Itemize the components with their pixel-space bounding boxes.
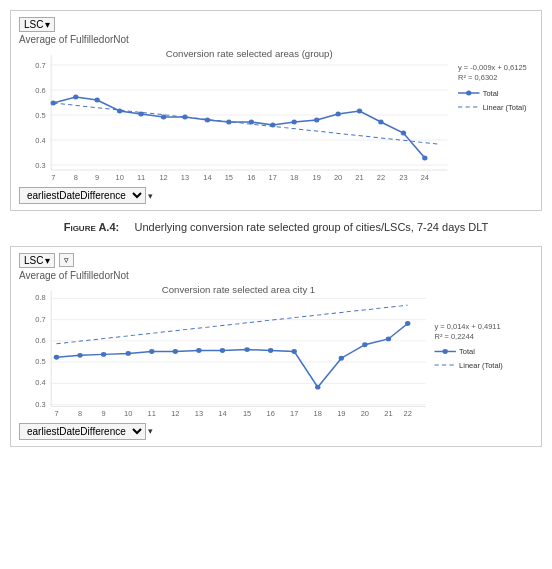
svg-text:0.4: 0.4 [35, 136, 45, 145]
svg-text:10: 10 [124, 410, 132, 418]
svg-point-20 [161, 115, 166, 120]
svg-point-78 [149, 349, 154, 354]
chart2-lsc-label: LSC [24, 255, 43, 266]
svg-text:14: 14 [218, 410, 226, 418]
svg-text:7: 7 [51, 173, 55, 182]
svg-point-15 [51, 101, 56, 106]
svg-point-25 [270, 123, 275, 128]
svg-text:R² = 0,6302: R² = 0,6302 [458, 73, 497, 82]
svg-text:21: 21 [384, 410, 392, 418]
svg-text:0.5: 0.5 [35, 358, 45, 366]
svg-text:13: 13 [195, 410, 203, 418]
svg-text:y = -0,009x + 0,6125: y = -0,009x + 0,6125 [458, 63, 527, 72]
svg-text:14: 14 [203, 173, 211, 182]
svg-point-81 [220, 348, 225, 353]
svg-point-27 [314, 118, 319, 123]
svg-text:Total: Total [459, 348, 475, 356]
svg-text:12: 12 [171, 410, 179, 418]
svg-point-79 [173, 349, 178, 354]
svg-text:0.5: 0.5 [35, 111, 45, 120]
svg-text:Conversion rate selected areas: Conversion rate selected areas (group) [166, 49, 333, 59]
svg-text:18: 18 [314, 410, 322, 418]
svg-text:22: 22 [404, 410, 412, 418]
chart1-container: LSC ▾ Average of FulfilledorNot 0.7 0.6 … [10, 10, 542, 211]
svg-text:19: 19 [313, 173, 321, 182]
svg-text:19: 19 [337, 410, 345, 418]
svg-text:21: 21 [355, 173, 363, 182]
svg-point-23 [226, 120, 231, 125]
svg-text:11: 11 [148, 410, 156, 418]
svg-text:0.7: 0.7 [35, 315, 45, 323]
svg-text:23: 23 [399, 173, 407, 182]
svg-text:0.4: 0.4 [35, 379, 45, 387]
svg-text:8: 8 [74, 173, 78, 182]
chart1-chart-area: 0.7 0.6 0.5 0.4 0.3 y = -0,009x + 0,6125… [19, 45, 533, 185]
svg-text:0.7: 0.7 [35, 61, 45, 70]
svg-point-18 [117, 109, 122, 114]
svg-text:22: 22 [377, 173, 385, 182]
svg-point-24 [249, 120, 254, 125]
chart1-dropdown-icon: ▾ [45, 19, 50, 30]
svg-text:y = 0,014x + 0,4911: y = 0,014x + 0,4911 [434, 323, 500, 331]
svg-point-17 [94, 98, 99, 103]
chart1-x-axis-dropdown-icon: ▾ [148, 191, 153, 201]
chart1-bottom: earliestDateDifference ▾ [19, 187, 533, 204]
chart2-x-axis-select[interactable]: earliestDateDifference [19, 423, 146, 440]
svg-point-85 [315, 384, 320, 389]
svg-point-88 [386, 336, 391, 341]
svg-text:12: 12 [159, 173, 167, 182]
chart1-lsc-label: LSC [24, 19, 43, 30]
svg-text:7: 7 [54, 410, 58, 418]
svg-text:16: 16 [247, 173, 255, 182]
svg-point-30 [378, 120, 383, 125]
svg-point-84 [292, 349, 297, 354]
svg-point-82 [244, 347, 249, 352]
svg-text:17: 17 [269, 173, 277, 182]
chart2-dropdown-icon: ▾ [45, 255, 50, 266]
svg-text:16: 16 [266, 410, 274, 418]
svg-point-28 [335, 112, 340, 117]
chart1-top-bar: LSC ▾ [19, 17, 533, 32]
svg-text:9: 9 [102, 410, 106, 418]
svg-text:0.6: 0.6 [35, 86, 45, 95]
chart1-svg: 0.7 0.6 0.5 0.4 0.3 y = -0,009x + 0,6125… [19, 45, 533, 185]
svg-text:Linear (Total): Linear (Total) [483, 103, 527, 112]
figure1-label: Figure A.4: [64, 221, 119, 233]
svg-text:10: 10 [115, 173, 123, 182]
svg-text:18: 18 [290, 173, 298, 182]
chart2-container: LSC ▾ ▿ Average of FulfilledorNot 0.8 0.… [10, 246, 542, 447]
chart2-svg: 0.8 0.7 0.6 0.5 0.4 0.3 y = 0,014x + 0,4… [19, 281, 533, 421]
svg-point-86 [339, 355, 344, 360]
chart2-lsc-button[interactable]: LSC ▾ [19, 253, 55, 268]
svg-text:24: 24 [421, 173, 429, 182]
svg-text:15: 15 [243, 410, 251, 418]
svg-text:15: 15 [225, 173, 233, 182]
chart2-top-bar: LSC ▾ ▿ [19, 253, 533, 268]
svg-text:17: 17 [290, 410, 298, 418]
svg-text:R² = 0,2244: R² = 0,2244 [434, 333, 473, 341]
svg-point-29 [357, 109, 362, 114]
svg-point-16 [73, 95, 78, 100]
svg-point-80 [196, 348, 201, 353]
svg-text:0.8: 0.8 [35, 294, 45, 302]
svg-point-22 [205, 118, 210, 123]
svg-point-75 [77, 352, 82, 357]
chart2-chart-area: 0.8 0.7 0.6 0.5 0.4 0.3 y = 0,014x + 0,4… [19, 281, 533, 421]
chart2-bottom: earliestDateDifference ▾ [19, 423, 533, 440]
svg-text:9: 9 [95, 173, 99, 182]
chart2-filter-button[interactable]: ▿ [59, 253, 74, 267]
svg-point-83 [268, 348, 273, 353]
svg-text:Total: Total [483, 89, 499, 98]
chart1-avg-label: Average of FulfilledorNot [19, 34, 533, 45]
svg-point-89 [405, 321, 410, 326]
svg-point-87 [362, 342, 367, 347]
svg-point-19 [138, 112, 143, 117]
chart1-x-axis-select[interactable]: earliestDateDifference [19, 187, 146, 204]
svg-text:20: 20 [361, 410, 369, 418]
svg-text:Linear (Total): Linear (Total) [459, 362, 503, 370]
svg-text:13: 13 [181, 173, 189, 182]
chart1-lsc-button[interactable]: LSC ▾ [19, 17, 55, 32]
svg-point-107 [443, 349, 448, 354]
svg-text:0.6: 0.6 [35, 337, 45, 345]
svg-text:8: 8 [78, 410, 82, 418]
